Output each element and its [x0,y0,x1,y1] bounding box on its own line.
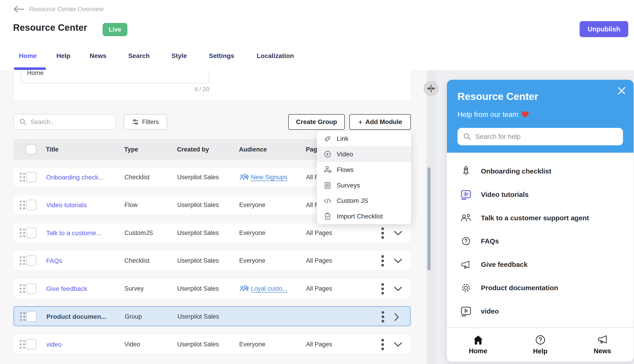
menu-item-custom-js[interactable]: Custom JS [317,193,411,208]
row-menu-button[interactable] [381,254,384,268]
module-pages: All Pages [306,279,332,299]
module-title-link[interactable]: Product documen... [46,307,106,327]
drag-handle-icon[interactable] [19,256,26,267]
preview-subtitle: Help from our team [458,110,529,119]
tab-news[interactable]: News [90,52,106,60]
preview-nav-home[interactable]: Home [447,328,509,362]
chevron-right-icon[interactable] [394,313,399,322]
link-icon [323,134,332,143]
create-group-button[interactable]: Create Group [288,114,345,130]
table-row-selected[interactable]: Product documen... Group Userpilot Sales [14,306,411,326]
module-title-link[interactable]: video [46,334,62,354]
drag-handle-icon[interactable] [19,284,26,295]
menu-item-flows[interactable]: Flows [317,162,411,178]
audience-segment-link[interactable]: New Signups [239,167,287,187]
menu-item-surveys[interactable]: Surveys [317,178,411,193]
drag-handle-icon[interactable] [19,200,26,211]
menu-item-label: Link [337,135,348,142]
module-created-by: Userpilot Sales [177,167,219,187]
red-heart-icon [521,111,529,118]
close-icon[interactable] [616,86,627,96]
menu-item-link[interactable]: Link [317,131,411,147]
preview-item-label: Product documentation [481,284,558,292]
preview-item[interactable]: Video tutorials [447,183,633,206]
tab-settings[interactable]: Settings [209,52,234,60]
row-checkbox[interactable] [26,255,37,266]
module-name-input[interactable] [21,70,209,84]
chevron-down-icon[interactable] [394,286,402,292]
preview-title: Resource Center [458,91,538,102]
row-menu-button[interactable] [381,282,384,296]
home-icon [473,335,484,345]
preview-item[interactable]: Onboarding checklist [447,160,633,183]
module-created-by: Userpilot Sales [177,251,219,271]
tab-bar: Home Help News Search Style Settings Loc… [19,52,294,60]
resource-center-editor-page: Resource Center Overview Resource Center… [0,0,634,364]
scrollbar-thumb[interactable] [428,167,431,270]
module-title-link[interactable]: Video tutorials [46,195,87,215]
filters-button[interactable]: Filters [123,114,167,130]
add-module-button[interactable]: + Add Module [349,114,411,130]
preview-search-input[interactable] [475,133,623,141]
chevron-down-icon[interactable] [394,230,402,237]
preview-nav-news[interactable]: News [571,328,633,362]
module-title-link[interactable]: FAQs [46,251,62,271]
unpublish-button[interactable]: Unpublish [580,21,628,37]
drag-handle-icon[interactable] [19,228,26,239]
row-checkbox[interactable] [26,283,37,294]
module-title-link[interactable]: Give feedback [46,279,87,299]
editor-content-area: 4 / 20 Filters Create Group + [0,70,427,364]
menu-item-video[interactable]: Video [317,147,411,162]
people-group-icon [239,174,249,181]
module-type: Video [124,334,140,354]
row-menu-button[interactable] [381,310,384,324]
collapse-preview-button[interactable] [424,81,439,96]
table-row[interactable]: FAQs Checklist Userpilot Sales Everyone … [14,250,411,270]
drag-handle-icon[interactable] [19,312,26,323]
video-player-icon [459,304,473,318]
breadcrumb[interactable]: Resource Center Overview [13,6,104,13]
preview-nav-help[interactable]: Help [509,328,571,362]
preview-item[interactable]: video [447,300,633,323]
module-search-input[interactable] [30,118,115,126]
row-checkbox[interactable] [26,172,37,182]
back-arrow-icon[interactable] [13,6,25,13]
audience-segment-link[interactable]: Loyal custo... [239,279,287,299]
table-row[interactable]: Talk to a custome... CustomJS Userpilot … [14,223,411,243]
tab-home[interactable]: Home [19,52,37,60]
preview-item[interactable]: FAQs [447,230,633,252]
table-row[interactable]: Give feedback Survey Userpilot Sales Loy… [14,278,411,298]
menu-item-import-checklist[interactable]: Import Checklist [317,208,411,224]
tab-search[interactable]: Search [128,52,150,60]
row-checkbox[interactable] [26,339,37,350]
video-player-icon [459,188,473,202]
row-checkbox[interactable] [26,200,37,210]
row-checkbox[interactable] [26,311,37,322]
preview-item[interactable]: Talk to a customer support agent [447,206,633,230]
active-tab-indicator [14,68,46,70]
module-title-link[interactable]: Onboarding check... [46,167,104,187]
module-search-box[interactable] [14,114,116,130]
preview-item[interactable]: Product documentation [447,276,633,299]
tab-localization[interactable]: Localization [257,52,294,60]
breadcrumb-label[interactable]: Resource Center Overview [29,6,104,13]
preview-search-box[interactable] [458,128,623,145]
preview-item-label: Video tutorials [481,191,529,198]
drag-handle-icon[interactable] [19,172,26,184]
chevron-down-icon[interactable] [394,342,402,348]
drag-handle-icon[interactable] [19,339,26,350]
module-created-by: Userpilot Sales [177,334,219,354]
preview-item[interactable]: Give feedback [447,253,633,276]
play-circle-icon [323,150,332,158]
module-title-link[interactable]: Talk to a custome... [46,223,101,243]
tab-help[interactable]: Help [57,52,71,60]
row-menu-button[interactable] [381,227,384,240]
people-group-icon [239,286,249,292]
row-checkbox[interactable] [26,228,37,238]
table-row[interactable]: video Video Userpilot Sales Everyone All… [14,334,411,354]
tab-style[interactable]: Style [171,52,187,60]
row-menu-button[interactable] [381,338,384,352]
menu-item-label: Import Checklist [337,213,383,220]
chevron-down-icon[interactable] [394,258,402,264]
select-all-checkbox[interactable] [26,144,36,155]
